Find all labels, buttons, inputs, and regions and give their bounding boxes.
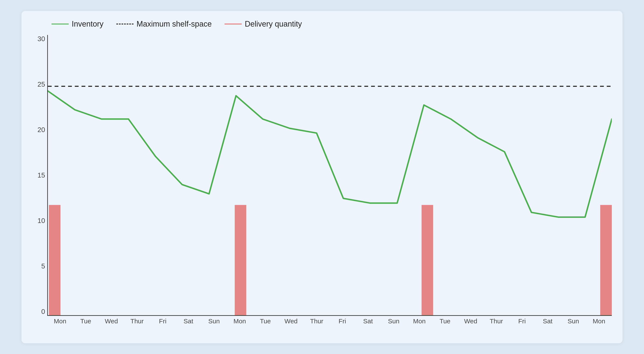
x-label-mon3: Mon (406, 318, 432, 325)
x-label-wed3: Wed (458, 318, 484, 325)
y-label-20: 20 (37, 126, 45, 134)
x-label-sat2: Sat (355, 318, 381, 325)
x-label-sat3: Sat (535, 318, 560, 325)
x-label-fri3: Fri (509, 318, 535, 325)
x-label-tue1: Tue (73, 318, 99, 325)
legend-shelf-space: Maximum shelf-space (116, 19, 212, 28)
y-label-10: 10 (37, 217, 45, 225)
x-label-wed1: Wed (98, 318, 124, 325)
x-label-tue3: Tue (432, 318, 458, 325)
x-label-thur2: Thur (304, 318, 330, 325)
delivery-bar-4 (600, 205, 612, 315)
x-label-sat1: Sat (176, 318, 201, 325)
x-label-sun1: Sun (201, 318, 227, 325)
y-label-15: 15 (37, 171, 45, 179)
legend-delivery-label: Delivery quantity (245, 19, 302, 28)
plot-area (47, 35, 612, 316)
x-label-tue2: Tue (252, 318, 278, 325)
chart-container: Inventory Maximum shelf-space Delivery q… (22, 11, 622, 343)
y-label-5: 5 (41, 262, 45, 270)
x-label-mon1: Mon (47, 318, 73, 325)
chart-area: 30 25 20 15 10 5 0 (34, 35, 612, 329)
inventory-line (48, 91, 612, 217)
x-label-thur1: Thur (124, 318, 150, 325)
legend-shelf-space-label: Maximum shelf-space (136, 19, 212, 28)
legend-delivery-line (224, 23, 242, 24)
chart-legend: Inventory Maximum shelf-space Delivery q… (52, 19, 612, 28)
legend-shelf-space-line (116, 23, 134, 24)
x-label-sun3: Sun (560, 318, 586, 325)
legend-inventory-label: Inventory (72, 19, 104, 28)
x-label-wed2: Wed (278, 318, 304, 325)
legend-delivery: Delivery quantity (224, 19, 302, 28)
legend-inventory: Inventory (52, 19, 104, 28)
x-label-mon2: Mon (227, 318, 253, 325)
chart-svg (48, 35, 612, 315)
x-label-thur3: Thur (484, 318, 509, 325)
y-axis: 30 25 20 15 10 5 0 (34, 35, 47, 316)
x-label-fri2: Fri (330, 318, 355, 325)
y-label-0: 0 (41, 308, 45, 316)
x-label-mon4: Mon (586, 318, 612, 325)
delivery-bar-1 (49, 205, 60, 315)
y-label-30: 30 (37, 35, 45, 43)
y-label-25: 25 (37, 80, 45, 88)
legend-inventory-line (52, 23, 69, 24)
x-label-fri1: Fri (150, 318, 176, 325)
delivery-bar-2 (235, 205, 246, 315)
delivery-bar-3 (422, 205, 433, 315)
x-axis: Mon Tue Wed Thur Fri Sat Sun Mon Tue Wed… (47, 316, 612, 329)
x-label-sun2: Sun (381, 318, 406, 325)
